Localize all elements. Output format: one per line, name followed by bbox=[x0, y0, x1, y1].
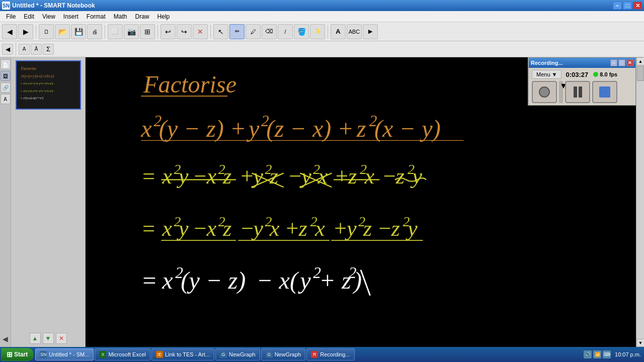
vertical-scrollbar[interactable]: ▲ ▼ bbox=[636, 57, 644, 347]
taskbar-item-1[interactable]: X Microsoft Excel bbox=[95, 348, 150, 360]
scroll-down-button[interactable]: ▼ bbox=[636, 339, 644, 347]
window-title: Untitled * - SMART Notebook bbox=[12, 2, 613, 9]
recording-maximize[interactable]: □ bbox=[618, 59, 625, 66]
taskbar-item-3[interactable]: G NewGraph bbox=[215, 348, 260, 360]
svg-text:y: y bbox=[345, 216, 357, 241]
menu-edit[interactable]: Edit bbox=[20, 12, 38, 21]
save-button[interactable]: 💾 bbox=[71, 24, 86, 39]
svg-text:= x²y-x²z-y²x+z²x+y²z-z²y: = x²y-x²z-y²x+z²x+y²z-z²y bbox=[20, 89, 53, 93]
pause-button[interactable] bbox=[565, 81, 590, 103]
menu-format[interactable]: Format bbox=[83, 12, 110, 21]
page-tool[interactable]: 📄 bbox=[1, 59, 11, 69]
svg-text:=: = bbox=[141, 267, 157, 294]
magic-pen[interactable]: ✨ bbox=[310, 24, 325, 39]
back-button[interactable]: ◀ bbox=[2, 24, 17, 39]
taskbar-items: SN Untitled * - SM... X Microsoft Excel … bbox=[35, 348, 581, 360]
menu-help[interactable]: Help bbox=[153, 12, 174, 21]
menu-math[interactable]: Math bbox=[110, 12, 131, 21]
prev-page-btn[interactable]: ▲ bbox=[30, 333, 41, 344]
taskbar-item-0[interactable]: SN Untitled * - SM... bbox=[35, 348, 94, 360]
pause-bar-right bbox=[579, 86, 582, 98]
recording-close[interactable]: ✕ bbox=[626, 59, 633, 66]
scroll-up-button[interactable]: ▲ bbox=[636, 57, 644, 65]
svg-text:x: x bbox=[364, 163, 374, 189]
svg-text:z: z bbox=[363, 216, 372, 241]
select-tool[interactable]: ↖ bbox=[213, 24, 228, 39]
delete-button[interactable]: ✕ bbox=[193, 24, 208, 39]
svg-text:= x²(y-z)-x(y²+z²): = x²(y-z)-x(y²+z²) bbox=[20, 96, 43, 100]
taskbar-icon-0: SN bbox=[40, 351, 47, 358]
line-tool[interactable]: / bbox=[278, 24, 293, 39]
recording-window-controls: − □ ✕ bbox=[610, 59, 633, 66]
recording-menu-button[interactable]: Menu ▼ bbox=[532, 70, 561, 79]
maximize-button[interactable]: □ bbox=[623, 2, 632, 10]
recording-dropdown-arrow[interactable]: ▼ bbox=[559, 81, 563, 103]
svg-text:z: z bbox=[395, 163, 405, 189]
canvas[interactable]: Factorise x 2 (y − z) + y 2 (z − x) + z … bbox=[86, 57, 636, 347]
collapse-btn[interactable]: ◀ bbox=[3, 335, 8, 343]
spell-check[interactable]: ABC bbox=[347, 24, 362, 39]
svg-text:y: y bbox=[251, 216, 263, 241]
page-back-btn[interactable]: ◀ bbox=[2, 44, 13, 55]
link-tool[interactable]: 🔗 bbox=[1, 82, 11, 93]
svg-text:y: y bbox=[177, 163, 189, 189]
marker-tool[interactable]: 🖊 bbox=[246, 24, 261, 39]
screen-shade-button[interactable]: ⬜ bbox=[108, 24, 123, 39]
eraser-tool[interactable]: ⌫ bbox=[262, 24, 277, 39]
menu-view[interactable]: View bbox=[38, 12, 59, 21]
menu-insert[interactable]: Insert bbox=[59, 12, 83, 21]
svg-text:(y − z): (y − z) bbox=[181, 267, 246, 294]
app-icon: SN bbox=[2, 2, 10, 10]
svg-text:z: z bbox=[348, 163, 357, 189]
svg-text:y: y bbox=[177, 216, 189, 241]
taskbar-label-1: Microsoft Excel bbox=[108, 351, 146, 357]
redo-button[interactable]: ↪ bbox=[177, 24, 192, 39]
image-tool[interactable]: 🖼 bbox=[1, 71, 11, 81]
text-format-btn[interactable]: Ā bbox=[31, 44, 42, 55]
toolbar-sep-3 bbox=[157, 25, 158, 38]
forward-button[interactable]: ▶ bbox=[18, 24, 33, 39]
print-button[interactable]: 🖨 bbox=[87, 24, 102, 39]
grid-button[interactable]: ⊞ bbox=[140, 24, 155, 39]
fps-value: 8.0 fps bbox=[600, 71, 617, 77]
sigma-btn[interactable]: Σ bbox=[43, 44, 54, 55]
fill-tool[interactable]: 🪣 bbox=[294, 24, 309, 39]
page-thumbnail[interactable]: Factorise x²(y-z)+y²(z-x)+z²(x-y) = x²y-… bbox=[16, 60, 81, 110]
pen-tool[interactable]: ✏ bbox=[229, 24, 245, 39]
start-icon: ⊞ bbox=[7, 350, 13, 358]
start-button[interactable]: ⊞ Start bbox=[1, 348, 33, 361]
scroll-thumb[interactable] bbox=[637, 66, 644, 81]
open-button[interactable]: 📂 bbox=[55, 24, 70, 39]
delete-page-btn[interactable]: ✕ bbox=[56, 333, 67, 344]
scroll-track[interactable] bbox=[636, 65, 644, 339]
svg-text:z: z bbox=[222, 163, 231, 189]
recording-top-row: Menu ▼ 0:03:27 8.0 fps bbox=[532, 70, 632, 79]
screen-capture-button[interactable]: 📷 bbox=[124, 24, 139, 39]
next-page-btn[interactable]: ▼ bbox=[43, 333, 54, 344]
main-area: 📄 🖼 🔗 A ◀ Factorise x²(y-z)+y²(z-x)+z²(x… bbox=[0, 57, 644, 347]
taskbar-item-5[interactable]: R Recording... bbox=[306, 348, 354, 360]
taskbar-right: 🔊 📶 ⌨ 10:07 p.m. bbox=[581, 350, 644, 358]
taskbar-icon-1: X bbox=[99, 351, 106, 358]
close-button[interactable]: ✕ bbox=[633, 2, 642, 10]
taskbar-item-4[interactable]: G NewGraph bbox=[261, 348, 306, 360]
text-style-btn[interactable]: A bbox=[19, 44, 30, 55]
text-tool[interactable]: A bbox=[331, 24, 346, 39]
taskbar-item-2[interactable]: IE Link to TES - Art... bbox=[151, 348, 214, 360]
stop-button[interactable] bbox=[592, 81, 617, 103]
menu-draw[interactable]: Draw bbox=[131, 12, 153, 21]
menu-file[interactable]: File bbox=[2, 12, 20, 21]
more-tools[interactable]: ▶ bbox=[363, 24, 378, 39]
attachment-tool[interactable]: A bbox=[1, 94, 11, 104]
tray-icon-3: ⌨ bbox=[603, 350, 611, 358]
svg-text:x: x bbox=[162, 267, 173, 294]
recording-minimize[interactable]: − bbox=[610, 59, 617, 66]
svg-text:(z − x) +: (z − x) + bbox=[266, 115, 354, 142]
record-button[interactable] bbox=[532, 81, 557, 103]
minimize-button[interactable]: − bbox=[613, 2, 622, 10]
window-controls: − □ ✕ bbox=[613, 2, 642, 10]
recording-panel: Recording... − □ ✕ Menu ▼ 0:03:27 8.0 fp… bbox=[528, 57, 636, 106]
new-button[interactable]: 🗋 bbox=[39, 24, 54, 39]
svg-text:x: x bbox=[140, 115, 152, 142]
undo-button[interactable]: ↩ bbox=[160, 24, 176, 39]
